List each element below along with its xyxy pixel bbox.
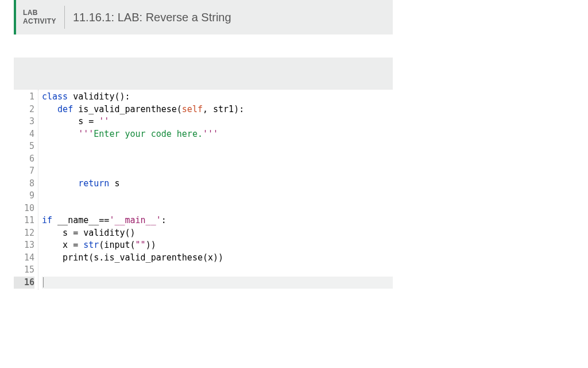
lab-title: 11.16.1: LAB: Reverse a String <box>65 0 231 34</box>
code-line[interactable] <box>42 190 393 202</box>
code-line[interactable]: def is_valid_parenthese(self, str1): <box>42 103 393 116</box>
code-line[interactable]: s = validity() <box>42 227 393 240</box>
code-line[interactable]: print(s.is_valid_parenthese(x)) <box>42 252 393 264</box>
line-number: 3 <box>14 116 34 128</box>
line-number: 14 <box>14 252 34 264</box>
code-line[interactable] <box>42 277 393 289</box>
code-line[interactable] <box>42 202 393 215</box>
line-number: 7 <box>14 165 34 178</box>
line-number: 15 <box>14 264 34 277</box>
lab-header: LAB ACTIVITY 11.16.1: LAB: Reverse a Str… <box>14 0 393 34</box>
line-number: 9 <box>14 190 34 202</box>
lab-container: LAB ACTIVITY 11.16.1: LAB: Reverse a Str… <box>14 0 393 290</box>
code-line[interactable]: class validity(): <box>42 91 393 103</box>
line-number-gutter: 12345678910111213141516 <box>14 90 38 290</box>
code-line[interactable]: return s <box>42 178 393 190</box>
line-number: 6 <box>14 153 34 166</box>
code-line[interactable] <box>42 264 393 277</box>
line-number: 4 <box>14 128 34 141</box>
editor-block: 12345678910111213141516 class validity()… <box>14 57 393 290</box>
lab-activity-label: LAB ACTIVITY <box>16 0 64 34</box>
code-line[interactable] <box>42 165 393 178</box>
code-line[interactable]: x = str(input("")) <box>42 239 393 252</box>
code-line[interactable]: s = '' <box>42 116 393 128</box>
code-content[interactable]: class validity(): def is_valid_parenthes… <box>38 90 393 290</box>
line-number: 2 <box>14 103 34 116</box>
line-number: 1 <box>14 91 34 103</box>
code-editor[interactable]: 12345678910111213141516 class validity()… <box>14 90 393 290</box>
line-number: 11 <box>14 214 34 227</box>
line-number: 12 <box>14 227 34 240</box>
line-number: 8 <box>14 178 34 190</box>
line-number: 5 <box>14 140 34 153</box>
line-number: 13 <box>14 239 34 252</box>
code-line[interactable]: if __name__=='__main__': <box>42 214 393 227</box>
line-number: 16 <box>14 277 34 289</box>
lab-label-line1: LAB <box>23 9 56 17</box>
lab-label-line2: ACTIVITY <box>23 17 56 26</box>
code-line[interactable] <box>42 140 393 153</box>
line-number: 10 <box>14 202 34 215</box>
text-cursor <box>43 277 44 288</box>
code-line[interactable] <box>42 153 393 166</box>
code-line[interactable]: '''Enter your code here.''' <box>42 128 393 141</box>
